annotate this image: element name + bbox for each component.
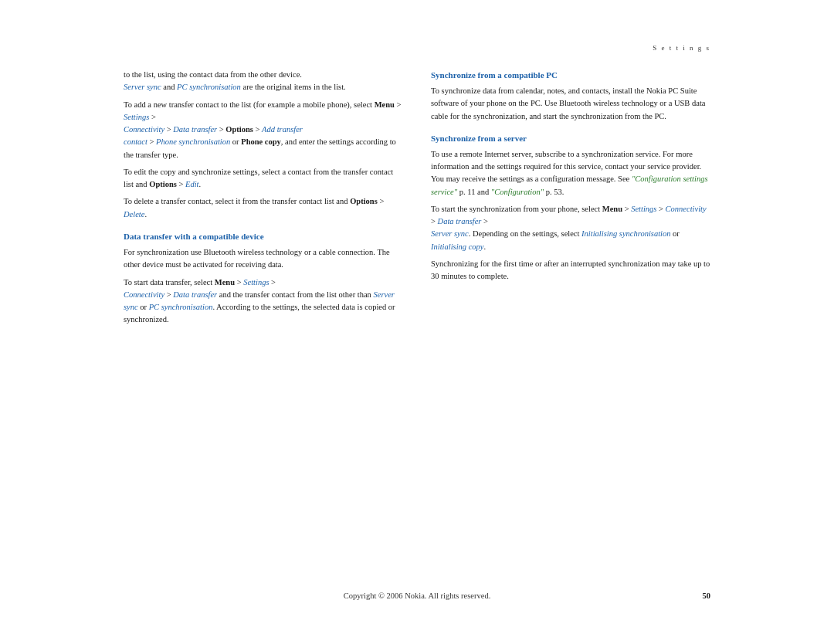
copyright-text: Copyright © 2006 Nokia. All rights reser… [344,591,491,600]
intro-text: to the list, using the contact data from… [124,70,302,79]
left-column: to the list, using the contact data from… [124,69,403,576]
start-connectivity[interactable]: Connectivity [124,290,164,299]
options-edit: Options [149,180,177,188]
pc-sync-link[interactable]: PC synchronisation [177,83,241,91]
sync-server-heading: Synchronize from a server [431,132,710,145]
intro-paragraph: to the list, using the contact data from… [124,69,403,94]
original-items-text: are the original items in the list. [241,83,346,91]
phone-sync-link[interactable]: Phone synchronisation [156,137,230,146]
start-menu: Menu [215,278,235,286]
add-transfer-link2[interactable]: contact [124,137,147,146]
edit-paragraph: To edit the copy and synchronize setting… [124,166,403,192]
sync-pc-para: To synchronize data from calendar, notes… [431,85,710,123]
page: S e t t i n g s to the list, using the c… [124,44,710,600]
edit-link[interactable]: Edit [185,180,199,188]
settings-link[interactable]: Settings [124,113,149,121]
phone-copy-bold: Phone copy [241,137,281,146]
menu-bold2: Menu [602,205,622,213]
delete-link[interactable]: Delete [124,210,144,219]
page-content: to the list, using the contact data from… [124,69,710,576]
connectivity-link2[interactable]: Connectivity [666,205,707,213]
pc-sync-link3[interactable]: PC synchronisation [149,303,213,311]
add-transfer-link[interactable]: Add transfer [262,125,303,134]
init-sync-link[interactable]: Initialising synchronisation [581,229,670,238]
server-sync-link4[interactable]: Server sync [431,229,469,238]
sync-30min-para: Synchronizing for the first time or afte… [431,258,710,283]
start-data-transfer[interactable]: Data transfer [173,290,217,299]
sync-server-para1: To use a remote Internet server, subscri… [431,148,710,198]
init-copy-link[interactable]: Initialising copy [431,242,484,251]
right-column: Synchronize from a compatible PC To sync… [431,69,710,576]
page-header: S e t t i n g s [124,44,710,58]
server-sync-link[interactable]: Server sync [124,83,161,91]
config-settings-link[interactable]: "Configuration settings service" [431,175,708,195]
delete-paragraph: To delete a transfer contact, select it … [124,195,403,221]
data-transfer-link2[interactable]: Data transfer [438,217,482,225]
page-number: 50 [703,591,711,600]
options-delete: Options [350,197,378,205]
sync-start-para: To start the synchronization from your p… [431,203,710,253]
connectivity-link[interactable]: Connectivity [124,125,164,134]
add-contact-paragraph: To add a new transfer contact to the lis… [124,99,403,161]
menu-bold: Menu [375,100,395,109]
settings-link2[interactable]: Settings [631,205,656,213]
data-transfer-link[interactable]: Data transfer [173,125,217,134]
bluetooth-para: For synchronization use Bluetooth wirele… [124,246,403,272]
sync-pc-heading: Synchronize from a compatible PC [431,69,710,82]
options-bold: Options [225,125,253,134]
start-transfer-para: To start data transfer, select Menu > Se… [124,276,403,327]
data-transfer-heading: Data transfer with a compatible device [124,230,403,243]
page-footer: Copyright © 2006 Nokia. All rights reser… [124,576,710,600]
header-text: S e t t i n g s [653,44,710,52]
config-link[interactable]: "Configuration" [491,188,544,196]
start-settings[interactable]: Settings [243,278,269,286]
and-text: and [161,83,177,91]
add-contact-text: To add a new transfer contact to the lis… [124,100,375,109]
